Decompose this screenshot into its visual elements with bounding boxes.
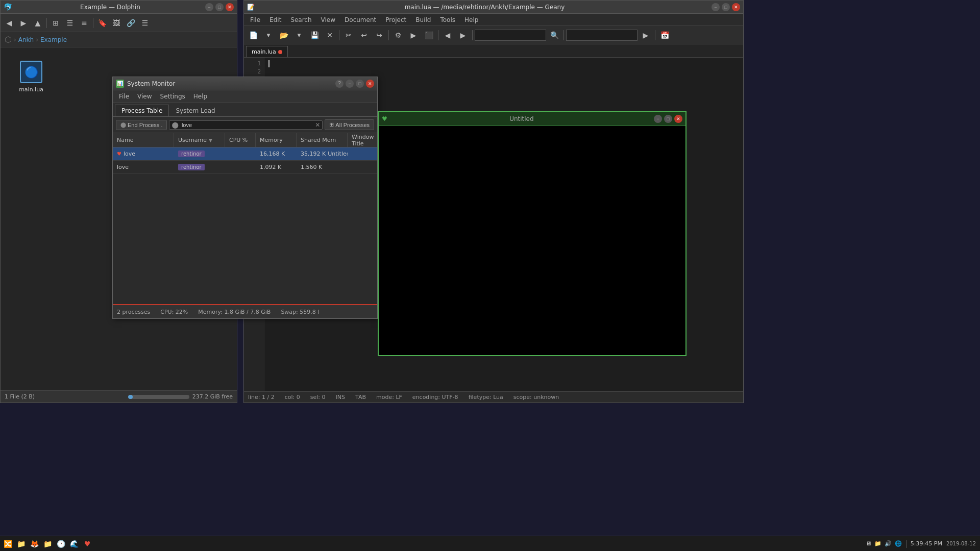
- end-process-icon: ⬤: [120, 122, 126, 128]
- cell-memory-1: 1,092 K: [256, 161, 297, 173]
- open-file-button[interactable]: 📂: [277, 28, 291, 42]
- file-item-main-lua[interactable]: 🔵 main.lua: [11, 58, 52, 95]
- taskbar-app-heart[interactable]: ♥: [82, 538, 93, 549]
- dolphin-title: Example — Dolphin: [15, 4, 205, 11]
- col-username[interactable]: Username ▼: [174, 133, 225, 147]
- sysmon-menu-settings[interactable]: Settings: [156, 92, 189, 101]
- close-file-button[interactable]: ✕: [323, 28, 337, 42]
- dolphin-maximize-button[interactable]: □: [215, 3, 224, 11]
- nav-up-button[interactable]: ▲: [31, 16, 44, 30]
- undo-button[interactable]: ↩: [357, 28, 371, 42]
- tab-main-lua[interactable]: main.lua: [246, 46, 288, 57]
- untitled-close-button[interactable]: ✕: [674, 115, 682, 123]
- dolphin-toolbar: ◀ ▶ ▲ ⊞ ☰ ≡ 🔖 🖼 🔗 ☰: [1, 14, 237, 32]
- stop-button[interactable]: ⬛: [422, 28, 436, 42]
- geany-minimize-button[interactable]: −: [712, 3, 720, 11]
- sysmon-menu-file[interactable]: File: [115, 92, 133, 101]
- geany-maximize-button[interactable]: □: [722, 3, 730, 11]
- sysmon-menu-view[interactable]: View: [133, 92, 156, 101]
- breadcrumb-part2[interactable]: Example: [40, 36, 67, 43]
- taskbar: 🔀 📁 🦊 📁 🕐 🌊 ♥ 🖥 📁 🔊 🌐 5:39:45 PM 2019-08…: [0, 536, 980, 551]
- col-cpu[interactable]: CPU %: [225, 133, 256, 147]
- sysmon-maximize-button[interactable]: □: [356, 80, 364, 88]
- menu-edit[interactable]: Edit: [265, 15, 285, 24]
- cut-button[interactable]: ✂: [341, 28, 356, 42]
- sysmon-help-button[interactable]: ?: [335, 80, 344, 88]
- menu-help[interactable]: Help: [460, 15, 482, 24]
- process-search-input[interactable]: [181, 121, 315, 129]
- menu-document[interactable]: Document: [340, 15, 380, 24]
- tray-network-icon[interactable]: 🌐: [895, 540, 902, 547]
- nav-forward-button[interactable]: ▶: [17, 16, 30, 30]
- save-file-button[interactable]: 💾: [307, 28, 322, 42]
- taskbar-app-firefox[interactable]: 🦊: [29, 538, 40, 549]
- run-button[interactable]: ▶: [406, 28, 421, 42]
- tray-volume-icon[interactable]: 🔊: [885, 540, 892, 547]
- new-file-button[interactable]: 📄: [246, 28, 260, 42]
- search-replace-icon[interactable]: ▶: [639, 28, 653, 42]
- geany-close-button[interactable]: ✕: [732, 3, 740, 11]
- col-name[interactable]: Name: [113, 133, 174, 147]
- dolphin-close-button[interactable]: ✕: [226, 3, 234, 11]
- open-file-arrow-button[interactable]: ▼: [292, 28, 306, 42]
- untitled-maximize-button[interactable]: □: [664, 115, 672, 123]
- tray-display-icon[interactable]: 🖥: [866, 540, 871, 547]
- tray-folder-icon[interactable]: 📁: [874, 540, 881, 547]
- menu-search[interactable]: Search: [286, 15, 315, 24]
- bookmark-button[interactable]: 🔖: [95, 16, 109, 30]
- col-window-title[interactable]: Window Title: [348, 133, 377, 147]
- tab-modified-indicator: [278, 50, 282, 54]
- replace-input[interactable]: [566, 30, 638, 41]
- breadcrumb-part1[interactable]: Ankh: [18, 36, 34, 43]
- nav-back-button[interactable]: ◀: [3, 16, 16, 30]
- process-search-container: ⬤ ✕: [169, 120, 323, 130]
- redo-button[interactable]: ↪: [372, 28, 386, 42]
- menu-tools[interactable]: Tools: [436, 15, 459, 24]
- sysmon-menu-help[interactable]: Help: [189, 92, 211, 101]
- taskbar-app-clock[interactable]: 🕐: [55, 538, 66, 549]
- tab-process-table[interactable]: Process Table: [115, 105, 169, 116]
- filter-button[interactable]: ⊞ All Processes: [325, 119, 374, 130]
- search-icon[interactable]: 🔍: [547, 28, 561, 42]
- calendar-button[interactable]: 📅: [657, 28, 672, 42]
- menu-button[interactable]: ☰: [138, 16, 152, 30]
- taskbar-right: 🖥 📁 🔊 🌐 5:39:45 PM 2019-08-12: [862, 540, 980, 548]
- process-row-0[interactable]: ♥ love rehtinor 16,168 K 35,192 K Untitl…: [113, 147, 377, 161]
- breadcrumb: ⬡ › Ankh › Example: [1, 32, 237, 47]
- tab-system-load[interactable]: System Load: [169, 105, 222, 116]
- menu-project[interactable]: Project: [381, 15, 410, 24]
- next-button[interactable]: ▶: [456, 28, 470, 42]
- editor-line-2: [268, 68, 739, 76]
- preview-button[interactable]: 🖼: [110, 16, 123, 30]
- menu-view[interactable]: View: [317, 15, 339, 24]
- geany-app-icon: 📝: [247, 4, 255, 11]
- taskbar-app-fm[interactable]: 📁: [42, 538, 53, 549]
- new-file-arrow-button[interactable]: ▼: [261, 28, 276, 42]
- compact-view-button[interactable]: ☰: [63, 16, 77, 30]
- file-icon-main-lua: 🔵: [19, 60, 43, 84]
- dolphin-minimize-button[interactable]: −: [205, 3, 213, 11]
- dolphin-window-controls: − □ ✕: [205, 3, 234, 11]
- taskbar-app-files[interactable]: 📁: [15, 538, 27, 549]
- cell-window-title-1: [348, 161, 377, 173]
- toolbar-sep-1: [46, 18, 47, 28]
- sysmon-minimize-button[interactable]: −: [346, 80, 354, 88]
- compile-button[interactable]: ⚙: [391, 28, 405, 42]
- taskbar-app-switch[interactable]: 🔀: [2, 538, 13, 549]
- detail-view-button[interactable]: ≡: [78, 16, 91, 30]
- search-clear-button[interactable]: ✕: [315, 121, 320, 129]
- taskbar-app-wave[interactable]: 🌊: [68, 538, 80, 549]
- icon-view-button[interactable]: ⊞: [49, 16, 62, 30]
- menu-build[interactable]: Build: [411, 15, 435, 24]
- search-input[interactable]: [475, 30, 546, 41]
- sysmon-statusbar: 2 processes CPU: 22% Memory: 1.8 GiB / 7…: [113, 304, 377, 318]
- col-memory[interactable]: Memory: [256, 133, 297, 147]
- link-button[interactable]: 🔗: [124, 16, 137, 30]
- prev-button[interactable]: ◀: [440, 28, 455, 42]
- end-process-button[interactable]: ⬤ End Process .: [116, 120, 167, 130]
- process-row-1[interactable]: love rehtinor 1,092 K 1,560 K: [113, 161, 377, 174]
- menu-file[interactable]: File: [246, 15, 264, 24]
- col-shared-mem[interactable]: Shared Mem: [297, 133, 348, 147]
- sysmon-close-button[interactable]: ✕: [366, 80, 374, 88]
- untitled-minimize-button[interactable]: −: [654, 115, 662, 123]
